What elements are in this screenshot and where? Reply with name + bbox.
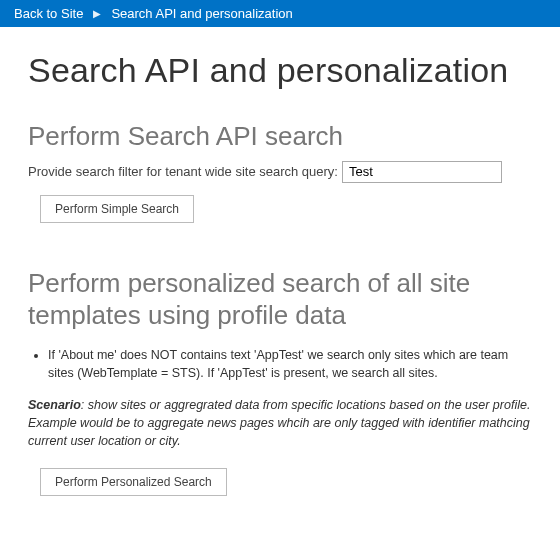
perform-personalized-search-button[interactable]: Perform Personalized Search — [40, 468, 227, 496]
page-title: Search API and personalization — [28, 51, 532, 90]
back-to-site-link[interactable]: Back to Site — [14, 6, 83, 21]
list-item: If 'About me' does NOT contains text 'Ap… — [48, 346, 532, 382]
scenario-paragraph: Scenario: show sites or aggregrated data… — [28, 396, 532, 450]
main-content: Search API and personalization Perform S… — [0, 27, 560, 520]
scenario-lead: Scenario — [28, 398, 81, 412]
top-breadcrumb-bar: Back to Site ▶ Search API and personaliz… — [0, 0, 560, 27]
perform-simple-search-button[interactable]: Perform Simple Search — [40, 195, 194, 223]
section-heading-simple-search: Perform Search API search — [28, 120, 532, 153]
personalized-rules-list: If 'About me' does NOT contains text 'Ap… — [48, 346, 532, 382]
filter-label: Provide search filter for tenant wide si… — [28, 164, 338, 179]
scenario-text: : show sites or aggregrated data from sp… — [28, 398, 530, 448]
filter-row: Provide search filter for tenant wide si… — [28, 161, 532, 183]
breadcrumb-current: Search API and personalization — [111, 6, 292, 21]
search-filter-input[interactable] — [342, 161, 502, 183]
section-heading-personalized-search: Perform personalized search of all site … — [28, 267, 532, 332]
chevron-right-icon: ▶ — [93, 8, 101, 19]
